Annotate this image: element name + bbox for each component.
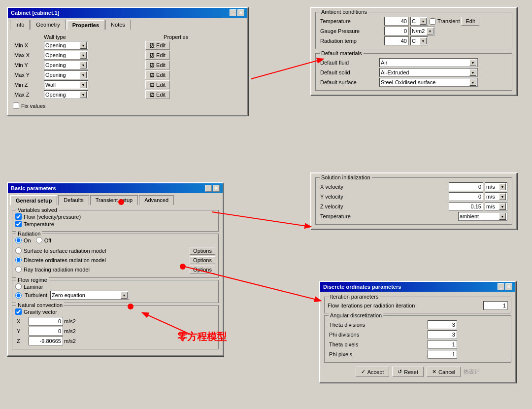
tab-properties[interactable]: Properties	[66, 20, 104, 30]
y-velocity-input[interactable]	[449, 192, 483, 201]
z-velocity-input[interactable]	[449, 202, 483, 211]
close-btn[interactable]: ✕	[237, 9, 244, 16]
temp-unit-dropdown[interactable]: C ▼	[410, 17, 428, 26]
fix-values-checkbox[interactable]	[13, 102, 19, 109]
ray-options-btn[interactable]: Options	[190, 266, 215, 273]
maxx-edit-btn[interactable]: 🖼 Edit	[145, 51, 170, 60]
rad-temp-label: Radiation temp	[319, 36, 383, 46]
maxx-dropdown[interactable]: Opening ▼	[44, 51, 88, 60]
row-label: Max Y	[13, 70, 42, 80]
tab-info[interactable]: Info	[10, 20, 30, 30]
radiation-off-radio[interactable]	[36, 237, 42, 243]
theta-pixels-input[interactable]	[428, 340, 457, 349]
phi-pixels-row: Phi pixels	[328, 349, 508, 359]
temperature-input[interactable]	[384, 17, 409, 26]
gravity-z-input[interactable]	[29, 337, 63, 345]
theta-divisions-input[interactable]	[428, 320, 457, 329]
close-btn[interactable]: ✕	[505, 283, 512, 290]
temp-value-dropdown[interactable]: ambient ▼	[458, 212, 507, 221]
maxz-dropdown[interactable]: Opening ▼	[44, 90, 88, 99]
maxz-edit-btn[interactable]: 🖼 Edit	[145, 90, 170, 99]
x-velocity-input[interactable]	[449, 182, 483, 191]
maxy-edit-btn[interactable]: 🖼 Edit	[145, 70, 170, 79]
tab-transient-setup[interactable]: Transient setup	[90, 195, 138, 205]
default-surface-row: Default surface Steel-Oxidised-surface ▼	[319, 77, 509, 87]
gravity-z-row: Z m/s2	[15, 336, 77, 346]
maxy-dropdown[interactable]: Opening ▼	[44, 70, 88, 79]
radiation-on-radio[interactable]	[15, 237, 22, 243]
flow-velocity-checkbox[interactable]	[15, 213, 22, 220]
fluid-dropdown[interactable]: Air ▼	[379, 58, 478, 67]
surface-to-surface-radio[interactable]	[15, 247, 22, 254]
turbulent-model-dropdown[interactable]: Zero equation ▼	[50, 291, 129, 300]
y-vel-unit-dropdown[interactable]: m/s ▼	[485, 192, 507, 201]
minx-edit-btn[interactable]: 🖼 Edit	[145, 41, 170, 50]
z-vel-unit-dropdown[interactable]: m/s ▼	[485, 202, 507, 211]
y-label: Y	[15, 326, 27, 336]
x-vel-unit-dropdown[interactable]: m/s ▼	[485, 182, 507, 191]
ray-tracing-radio[interactable]	[15, 266, 22, 273]
gauge-unit-dropdown[interactable]: N/m2 ▼	[410, 27, 435, 35]
minx-dropdown[interactable]: Opening ▼	[44, 41, 88, 50]
gravity-x-input[interactable]	[29, 317, 63, 326]
radiation-temp-row: Radiation temp C ▼	[319, 36, 509, 46]
row-wall-type: Wall ▼	[42, 80, 144, 90]
reset-icon: ↺	[398, 369, 402, 375]
tab-general-setup[interactable]: General setup	[10, 195, 57, 205]
ambient-edit-btn[interactable]: Edit	[461, 17, 479, 26]
laminar-radio[interactable]	[15, 283, 22, 290]
wall-type-table: Wall type Properties Min X Opening ▼	[13, 34, 242, 100]
gravity-checkbox[interactable]	[15, 308, 22, 315]
close-btn[interactable]: ✕	[213, 185, 220, 192]
temperature-checkbox[interactable]	[15, 221, 22, 227]
reset-btn[interactable]: ↺ Reset	[392, 367, 424, 377]
dropdown-arrow: ▼	[121, 292, 128, 299]
flow-iter-row: Flow iterations per radiation iteration	[328, 301, 508, 310]
tab-advanced[interactable]: Advanced	[139, 195, 174, 205]
minz-dropdown[interactable]: Wall ▼	[44, 80, 88, 89]
discrete-ordinates-radio[interactable]	[15, 257, 22, 263]
gravity-y-input[interactable]	[29, 327, 63, 336]
tab-defaults[interactable]: Defaults	[58, 195, 89, 205]
turbulent-radio[interactable]	[15, 292, 22, 299]
y-unit: m/s2	[64, 328, 76, 334]
gauge-pressure-input[interactable]	[384, 27, 409, 35]
dropdown-arrow: ▼	[469, 59, 476, 66]
discrete-options-btn[interactable]: Options	[190, 256, 215, 264]
minimize-btn[interactable]: _	[205, 185, 212, 192]
rad-temp-unit-dropdown[interactable]: C ▼	[410, 36, 428, 45]
radiation-temp-input[interactable]	[384, 36, 409, 45]
transient-checkbox[interactable]	[430, 18, 436, 25]
default-solid-row: Default solid Al-Extruded ▼	[319, 68, 509, 77]
cabinet-content: Wall type Properties Min X Opening ▼	[8, 30, 247, 115]
accept-btn[interactable]: ✓ Accept	[356, 367, 390, 377]
angular-disc-table: Theta divisions Phi divisions Theta pixe…	[328, 320, 508, 359]
tab-geometry[interactable]: Geometry	[31, 20, 65, 30]
surface-dropdown[interactable]: Steel-Oxidised-surface ▼	[379, 78, 478, 87]
miny-edit-btn[interactable]: 🖼 Edit	[145, 61, 170, 69]
solution-init-title: Solution initialization	[320, 174, 372, 180]
minimize-btn[interactable]: _	[498, 283, 504, 290]
basic-params-title: Basic parameters	[11, 185, 56, 191]
flow-iter-input[interactable]	[483, 301, 508, 310]
surface-options-btn[interactable]: Options	[190, 247, 215, 255]
minz-edit-btn[interactable]: 🖼 Edit	[145, 80, 170, 89]
temperature-row: Temperature	[15, 221, 215, 227]
tab-notes[interactable]: Notes	[105, 20, 131, 30]
y-vel-label: Y velocity	[319, 192, 368, 202]
radiation-off-label: Off	[44, 238, 51, 243]
solid-dropdown[interactable]: Al-Extruded ▼	[379, 68, 478, 77]
minimize-btn[interactable]: _	[230, 9, 236, 16]
phi-divisions-row: Phi divisions	[328, 330, 508, 340]
theta-div-label: Theta divisions	[328, 320, 426, 330]
phi-divisions-input[interactable]	[428, 330, 457, 339]
x-label: X	[15, 316, 27, 326]
discrete-ordinates-row: Discrete ordinates radiation model Optio…	[15, 256, 215, 264]
miny-dropdown[interactable]: Opening ▼	[44, 61, 88, 69]
ambient-conditions-group: Ambient conditions Temperature C ▼ Trans…	[315, 12, 512, 49]
variables-solved-title: Variables solved	[16, 207, 59, 213]
dropdown-arrow: ▼	[499, 193, 506, 200]
cancel-btn[interactable]: ✕ Cancel	[427, 367, 461, 377]
solid-label: Default solid	[319, 68, 378, 77]
phi-pixels-input[interactable]	[428, 350, 457, 359]
